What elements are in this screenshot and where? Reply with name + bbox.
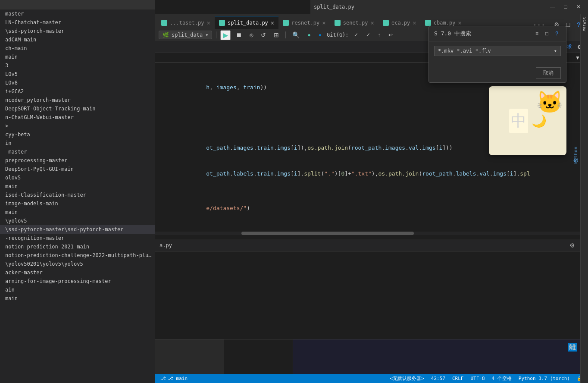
thumb-overlay-btn[interactable]: 離 (568, 343, 577, 352)
tab-close-4[interactable]: × (413, 19, 416, 26)
dialog-settings-btn[interactable]: ≡ (533, 30, 541, 38)
sidebar-item-16[interactable]: -master (0, 148, 155, 156)
editor-hscrollbar[interactable] (155, 232, 584, 235)
tab-4[interactable]: eca.py× (378, 16, 421, 29)
status-branch[interactable]: ⎇ ⎇ main (159, 376, 189, 381)
status-indent[interactable]: 4 个空格 (490, 375, 513, 382)
tab-close-1[interactable]: × (271, 19, 274, 26)
code-line (155, 187, 588, 195)
sidebar-item-4[interactable]: ch-main (0, 44, 155, 53)
thumb-2 (224, 339, 293, 374)
thumbnail-strip: 離 (155, 339, 580, 374)
dialog-help-btn[interactable]: ? (553, 30, 561, 38)
toolbar-btn-2[interactable]: ⎋ (247, 31, 256, 39)
status-line-col[interactable]: 42:57 (429, 376, 447, 381)
sidebar-item-7[interactable]: LOv5 (0, 70, 155, 78)
status-encoding-label: UTF-8 (470, 376, 485, 381)
tab-label-1: split_data.py (228, 20, 268, 26)
run-button[interactable]: ▶ (220, 30, 231, 40)
panel-settings-btn[interactable]: ⚙ (569, 242, 575, 249)
status-server[interactable]: <无默认服务器> (388, 375, 426, 382)
tab-close-3[interactable]: × (371, 19, 374, 26)
git-btn-4[interactable]: ↩ (386, 31, 395, 39)
dialog-title: S 7.0 中搜索 (434, 30, 471, 38)
toolbar-search-btn[interactable]: 🔍 (290, 31, 302, 39)
toolbar-btn-4[interactable]: ⊞ (271, 31, 281, 39)
format-label: *.mkv *.avi *.flv (438, 48, 491, 54)
branch-dropdown-chevron: ▾ (205, 32, 208, 38)
tab-icon-2 (283, 20, 289, 26)
sidebar-item-26[interactable]: -recognition-master (0, 234, 155, 242)
scview-panel: SCView (580, 0, 588, 383)
sidebar-item-25[interactable]: \ssd-pytorch-master\ssd-pytorch-master (0, 225, 155, 234)
close-button[interactable]: ✕ (572, 3, 585, 11)
status-language[interactable]: Python 3.7 (torch) (517, 376, 572, 381)
dialog-header-controls: ≡ □ ? (533, 30, 561, 38)
tab-close-2[interactable]: × (322, 19, 325, 26)
sidebar-item-1[interactable]: LN-Chatchat-master (0, 18, 155, 27)
editor-hscrollbar-thumb[interactable] (241, 232, 414, 235)
git-btn-2[interactable]: ✓ (363, 31, 373, 39)
sidebar-item-12[interactable]: n-ChatGLM-Webui-master (0, 113, 155, 122)
git-btn-1[interactable]: ✓ (351, 31, 361, 39)
title-bar-controls: — □ ✕ (547, 3, 585, 11)
sidebar-item-3[interactable]: adCAM-main (0, 35, 155, 44)
sidebar-item-20[interactable]: main (0, 182, 155, 191)
tab-1[interactable]: split_data.py× (215, 16, 278, 29)
branch-dropdown[interactable]: 🌿 split_data ▾ (159, 31, 212, 39)
sidebar-item-31[interactable]: arning-for-image-processing-master (0, 277, 155, 286)
status-line-ending-label: CRLF (452, 376, 464, 381)
sidebar-item-15[interactable]: in (0, 139, 155, 148)
sidebar-item-14[interactable]: cyy-beta (0, 130, 155, 139)
format-dropdown[interactable]: *.mkv *.avi *.flv ▾ (434, 46, 561, 56)
sidebar-item-18[interactable]: DeepSort-PyQt-GUI-main (0, 165, 155, 173)
sidebar-item-13[interactable]: > (0, 122, 155, 130)
tab-close-5[interactable]: × (458, 19, 461, 26)
sidebar-item-17[interactable]: preprocessing-master (0, 156, 155, 165)
dialog-cancel-button[interactable]: 取消 (536, 67, 561, 79)
status-encoding[interactable]: UTF-8 (469, 376, 486, 381)
run-python-label: 运行 Python (573, 147, 579, 166)
status-line-ending[interactable]: CRLF (450, 376, 466, 381)
sidebar-item-21[interactable]: ised-Classification-master (0, 191, 155, 199)
dialog-header: S 7.0 中搜索 ≡ □ ? (429, 26, 566, 41)
maximize-button[interactable]: □ (560, 3, 572, 11)
sidebar-item-29[interactable]: \yolov50201\yolov5\yolov5 (0, 260, 155, 268)
git-btn-3[interactable]: ↑ (375, 31, 383, 39)
dialog-layout-btn[interactable]: □ (543, 30, 551, 38)
sidebar-item-19[interactable]: olov5 (0, 173, 155, 182)
status-branch-name: ⎇ main (168, 376, 188, 381)
scview-label: SCView (582, 17, 587, 31)
sidebar-item-22[interactable]: image-models-main (0, 199, 155, 208)
toolbar-btn-3[interactable]: ↺ (258, 31, 269, 39)
toolbar-btn-1[interactable]: ⏹ (233, 31, 244, 39)
tab-icon-4 (383, 20, 389, 26)
sidebar-item-5[interactable]: main (0, 53, 155, 61)
sidebar-item-33[interactable]: main (0, 294, 155, 303)
tab-label-4: eca.py (391, 20, 410, 26)
tab-label-0: ...taset.py (170, 20, 204, 26)
sidebar-item-27[interactable]: notion-prediction-2021-main (0, 242, 155, 251)
tab-3[interactable]: senet.py× (330, 16, 378, 29)
sidebar-item-23[interactable]: main (0, 208, 155, 217)
sidebar-item-10[interactable]: ncoder_pytorch-master (0, 96, 155, 104)
widget-content: 中 🌙 🐱 (492, 90, 563, 152)
sidebar-item-0[interactable]: master (0, 9, 155, 18)
sidebar-item-8[interactable]: LOv8 (0, 78, 155, 87)
sidebar-item-24[interactable]: \yolov5 (0, 217, 155, 225)
sidebar-item-9[interactable]: i+GCA2 (0, 87, 155, 96)
floating-widget: 中 🌙 🐱 (489, 86, 566, 155)
sidebar-item-32[interactable]: ain (0, 286, 155, 294)
sidebar-item-28[interactable]: notion-prediction-challenge-2022-multipa… (0, 251, 155, 260)
tab-close-0[interactable]: × (206, 19, 210, 26)
sidebar-item-11[interactable]: DeepSORT-Object-Tracking-main (0, 104, 155, 113)
sidebar-item-30[interactable]: acker-master (0, 268, 155, 277)
moon-icon: 🌙 (532, 114, 547, 128)
sidebar-item-6[interactable]: 3 (0, 61, 155, 70)
toolbar-btn-5[interactable]: ● (305, 31, 313, 39)
sidebar-item-2[interactable]: \ssd-pytorch-master (0, 27, 155, 35)
toolbar-btn-6[interactable]: ● (316, 31, 324, 39)
tab-0[interactable]: ...taset.py× (157, 16, 215, 29)
minimize-button[interactable]: — (547, 3, 559, 11)
tab-2[interactable]: resnet.py× (278, 16, 330, 29)
